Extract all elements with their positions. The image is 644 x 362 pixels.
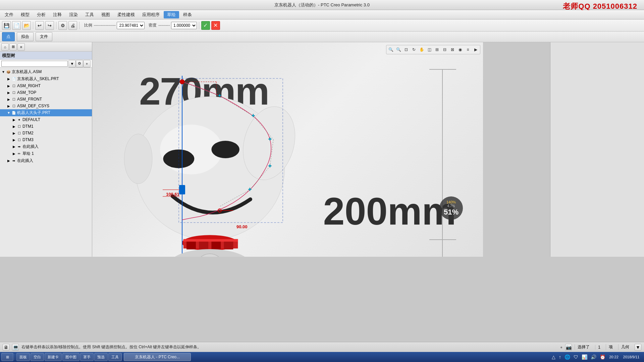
tab-point[interactable]: 点 bbox=[2, 32, 15, 41]
taskbar-blank[interactable]: 空白 bbox=[31, 353, 44, 361]
expand-btn-dtm3[interactable]: ▶ bbox=[12, 138, 16, 142]
vp-more[interactable]: ▶ bbox=[472, 46, 479, 53]
menu-analysis[interactable]: 分析 bbox=[34, 11, 49, 18]
tree-item-dtm2[interactable]: ▶☐DTM2 bbox=[0, 130, 92, 136]
expand-btn-sketch1[interactable]: ▶ bbox=[12, 152, 16, 156]
density-select[interactable]: 1.000000 bbox=[171, 22, 197, 29]
expand-btn-root[interactable]: ▼ bbox=[1, 70, 5, 74]
vp-view1[interactable]: ◫ bbox=[426, 46, 433, 53]
menu-annotation[interactable]: 注释 bbox=[50, 11, 65, 18]
status-icon1[interactable]: 🖥 bbox=[3, 344, 9, 351]
print-btn[interactable]: 🖨 bbox=[68, 21, 77, 30]
taskbar: ⊞ 面板 空白 新建卡 图中图 罩手 预选 工具 京东机器人 - PTC Cre… bbox=[0, 352, 644, 362]
tree-item-top[interactable]: ▶☐ASM_TOP bbox=[0, 89, 92, 96]
tree-item-skel[interactable]: ▶📄京东机器人_SKEL.PRT bbox=[0, 75, 92, 82]
expand-btn-head[interactable]: ▼ bbox=[7, 111, 11, 115]
vp-rotate[interactable]: ↻ bbox=[410, 46, 418, 53]
vp-pan[interactable]: ✋ bbox=[418, 46, 425, 53]
vp-zoom-out[interactable]: 🔍 bbox=[395, 46, 402, 53]
vp-display3[interactable]: ≡ bbox=[464, 46, 472, 53]
tree-item-dtm3[interactable]: ▶☐DTM3 bbox=[0, 136, 92, 143]
tree-item-default[interactable]: ▶✦DEFAULT bbox=[0, 116, 92, 123]
right-panel bbox=[550, 42, 644, 257]
vp-zoom-in[interactable]: 🔍 bbox=[387, 46, 394, 53]
tree-item-front[interactable]: ▶☐ASM_FRONT bbox=[0, 96, 92, 103]
tray-security-icon[interactable]: 🛡 bbox=[573, 354, 579, 360]
tray-chart-icon[interactable]: 📊 bbox=[581, 354, 588, 360]
search-filter-btn[interactable]: ▼ bbox=[68, 60, 76, 67]
tree-item-sketch1[interactable]: ▶✏草绘 1 bbox=[0, 150, 92, 157]
tree-item-insert1[interactable]: ▶➡在此插入 bbox=[0, 143, 92, 150]
expand-btn-skel[interactable]: ▶ bbox=[7, 77, 11, 81]
lp-list-btn[interactable]: ≡ bbox=[17, 43, 25, 51]
expand-btn-top[interactable]: ▶ bbox=[7, 90, 11, 95]
menu-tools[interactable]: 工具 bbox=[82, 11, 97, 18]
menu-view[interactable]: 视图 bbox=[98, 11, 113, 18]
menu-sketch[interactable]: 草绘 bbox=[164, 11, 179, 18]
status-expand-icon[interactable]: ▼ bbox=[635, 344, 641, 351]
tree-item-root[interactable]: ▼📦京东机器人.ASM bbox=[0, 68, 92, 75]
tree-icon-defcsys: ☐ bbox=[11, 103, 16, 109]
menu-flexmodel[interactable]: 柔性建模 bbox=[114, 11, 138, 18]
tab-file[interactable]: 文件 bbox=[36, 32, 52, 41]
taskbar-newtab[interactable]: 新建卡 bbox=[45, 353, 62, 361]
taskbar-hand[interactable]: 罩手 bbox=[80, 353, 94, 361]
cancel-button[interactable]: ✕ bbox=[211, 21, 220, 30]
tray-network-icon[interactable]: 🌐 bbox=[564, 354, 571, 360]
tree-item-dtm1[interactable]: ▶☐DTM1 bbox=[0, 123, 92, 130]
taskbar-picpic[interactable]: 图中图 bbox=[62, 353, 79, 361]
expand-btn-right[interactable]: ▶ bbox=[7, 84, 11, 88]
vp-display1[interactable]: ⊠ bbox=[449, 46, 456, 53]
menu-spline[interactable]: 样条 bbox=[180, 11, 195, 18]
undo-btn[interactable]: ↩ bbox=[35, 21, 44, 30]
menu-render[interactable]: 渲染 bbox=[66, 11, 81, 18]
title-bar: 京东机器人（活动的）- PTC Creo Parametric 3.0 老师QQ… bbox=[0, 0, 644, 10]
save-btn[interactable]: 💾 bbox=[2, 21, 11, 30]
expand-btn-front[interactable]: ▶ bbox=[7, 97, 11, 101]
viewport[interactable]: 🔍 🔍 ⊡ ↻ ✋ ◫ ⊞ ⊟ ⊠ ◉ ≡ ▶ 270mm 200mm bbox=[92, 42, 483, 257]
tray-volume-icon[interactable]: 🔊 bbox=[590, 354, 597, 360]
taskbar-preselect[interactable]: 预选 bbox=[94, 353, 108, 361]
tray-transfer-icon[interactable]: ↑ bbox=[558, 354, 562, 360]
lp-grid-btn[interactable]: ⊞ bbox=[9, 43, 17, 51]
tree-label-skel: 京东机器人_SKEL.PRT bbox=[17, 76, 59, 82]
new-btn[interactable]: 📄 bbox=[12, 21, 21, 30]
expand-btn-defcsys[interactable]: ▶ bbox=[7, 104, 11, 108]
confirm-button[interactable]: ✓ bbox=[201, 21, 210, 30]
status-camera-icon[interactable]: 📷 bbox=[565, 344, 572, 351]
search-settings-btn[interactable]: ⚙ bbox=[76, 60, 83, 67]
tray-up-arrow[interactable]: △ bbox=[551, 354, 556, 360]
taskbar-creo-app[interactable]: 京东机器人 - PTC Creo... bbox=[124, 353, 191, 361]
search-add-btn[interactable]: + bbox=[83, 60, 91, 67]
menu-apps[interactable]: 应用程序 bbox=[139, 11, 163, 18]
right-ref-line-h2 bbox=[429, 239, 456, 240]
tree-item-defcsys[interactable]: ▶☐ASM_DEF_CSYS bbox=[0, 103, 92, 109]
open-btn[interactable]: 📂 bbox=[22, 21, 31, 30]
vp-view2[interactable]: ⊞ bbox=[433, 46, 441, 53]
lp-home-btn[interactable]: ⌂ bbox=[1, 43, 9, 51]
search-input[interactable] bbox=[1, 61, 68, 67]
expand-btn-default[interactable]: ▶ bbox=[12, 118, 16, 122]
menu-file[interactable]: 文件 bbox=[1, 11, 17, 18]
taskbar-panel[interactable]: 面板 bbox=[16, 353, 30, 361]
scale-select[interactable]: 23.907481 bbox=[117, 22, 145, 29]
taskbar-tools[interactable]: 工具 bbox=[108, 353, 122, 361]
expand-btn-insert1[interactable]: ▶ bbox=[12, 145, 16, 149]
settings-btn[interactable]: ⚙ bbox=[58, 21, 67, 30]
expand-btn-dtm1[interactable]: ▶ bbox=[12, 124, 16, 128]
tree-item-insert2[interactable]: ▶➡在此插入 bbox=[0, 157, 92, 164]
expand-btn-insert2[interactable]: ▶ bbox=[7, 159, 11, 163]
status-icon2[interactable]: 💻 bbox=[12, 344, 19, 351]
vp-section[interactable]: ⊟ bbox=[441, 46, 448, 53]
start-button[interactable]: ⊞ bbox=[1, 353, 13, 361]
redo-btn[interactable]: ↪ bbox=[45, 21, 54, 30]
tree-item-head[interactable]: ▼📄机器人大头子.PRT bbox=[0, 109, 92, 116]
vp-zoom-fit[interactable]: ⊡ bbox=[402, 46, 410, 53]
tree-item-right[interactable]: ▶☐ASM_RIGHT bbox=[0, 82, 92, 89]
status-count: 1 bbox=[595, 345, 603, 350]
expand-btn-dtm2[interactable]: ▶ bbox=[12, 131, 16, 135]
dim-200-label: 200mm bbox=[323, 189, 456, 233]
tab-fit[interactable]: 拟合 bbox=[17, 32, 34, 41]
vp-display2[interactable]: ◉ bbox=[457, 46, 464, 53]
menu-model[interactable]: 模型 bbox=[17, 11, 33, 18]
